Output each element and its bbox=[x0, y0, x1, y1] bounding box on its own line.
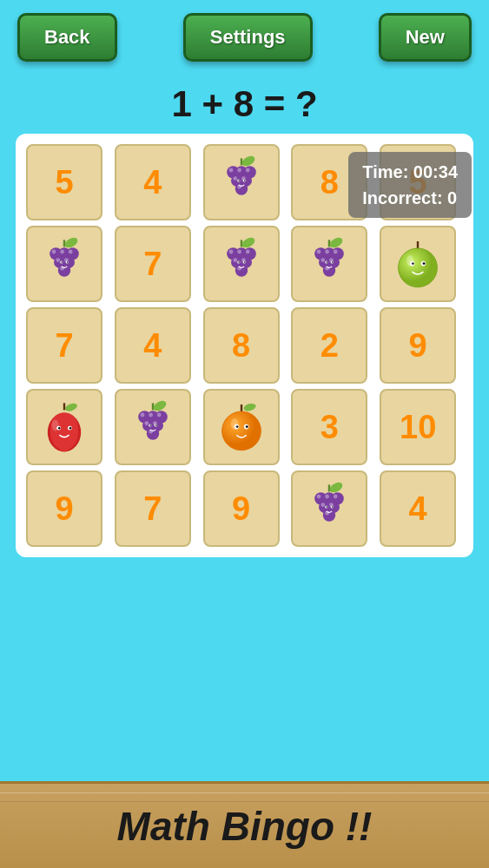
grid-cell-7[interactable] bbox=[203, 226, 280, 302]
orange-fruit-icon bbox=[214, 398, 269, 457]
svg-point-123 bbox=[317, 495, 321, 499]
back-button[interactable]: Back bbox=[17, 13, 117, 62]
grid-cell-2[interactable] bbox=[203, 144, 280, 220]
math-question: 1 + 8 = ? bbox=[171, 83, 317, 124]
grape-fruit-icon bbox=[301, 479, 357, 538]
grid-cell-16[interactable] bbox=[115, 389, 191, 465]
svg-point-96 bbox=[140, 413, 144, 418]
svg-point-37 bbox=[240, 235, 256, 249]
cell-number-21: 7 bbox=[143, 490, 162, 528]
svg-point-71 bbox=[332, 261, 334, 263]
grid-cell-21[interactable]: 7 bbox=[115, 470, 191, 547]
grid-cell-12[interactable]: 8 bbox=[203, 307, 280, 384]
svg-point-1 bbox=[240, 154, 256, 168]
grid-cell-5[interactable] bbox=[26, 226, 102, 302]
svg-point-28 bbox=[69, 250, 73, 254]
svg-point-85 bbox=[58, 427, 60, 429]
svg-point-107 bbox=[242, 402, 256, 411]
bottom-banner: Math Bingo !! bbox=[0, 781, 489, 868]
svg-point-74 bbox=[399, 248, 438, 287]
svg-point-25 bbox=[58, 264, 70, 276]
grid-cell-15[interactable] bbox=[26, 389, 102, 465]
svg-point-89 bbox=[151, 398, 168, 412]
svg-point-99 bbox=[144, 421, 149, 425]
cell-number-24: 4 bbox=[409, 490, 427, 528]
grid-cell-24[interactable]: 4 bbox=[380, 470, 456, 547]
grid-cell-20[interactable]: 9 bbox=[26, 470, 102, 547]
svg-point-19 bbox=[63, 235, 80, 249]
new-button[interactable]: New bbox=[379, 13, 472, 62]
svg-point-125 bbox=[334, 495, 338, 499]
svg-point-104 bbox=[149, 424, 151, 426]
grid-cell-17[interactable] bbox=[203, 389, 280, 465]
grape-fruit-icon bbox=[214, 153, 269, 212]
grid-cell-14[interactable]: 9 bbox=[380, 307, 456, 384]
cell-number-20: 9 bbox=[55, 490, 73, 528]
svg-point-34 bbox=[61, 261, 63, 263]
grid-cell-9[interactable] bbox=[380, 226, 456, 302]
svg-point-116 bbox=[328, 480, 345, 494]
cell-number-13: 2 bbox=[320, 327, 339, 365]
svg-point-62 bbox=[317, 250, 321, 254]
grid-cell-8[interactable] bbox=[291, 226, 367, 302]
svg-point-114 bbox=[231, 418, 238, 430]
svg-point-27 bbox=[60, 250, 64, 254]
svg-point-26 bbox=[52, 250, 56, 254]
svg-point-16 bbox=[238, 180, 240, 181]
timer-display: Time: 00:34 bbox=[362, 159, 458, 185]
svg-point-47 bbox=[233, 258, 237, 262]
incorrect-display: Incorrect: 0 bbox=[362, 185, 458, 211]
cell-number-22: 9 bbox=[232, 490, 250, 528]
svg-point-17 bbox=[243, 180, 245, 181]
svg-point-86 bbox=[69, 427, 71, 429]
apple-fruit-icon bbox=[36, 398, 92, 457]
banner-text: Math Bingo !! bbox=[117, 803, 373, 850]
cell-number-19: 10 bbox=[400, 409, 436, 446]
svg-point-64 bbox=[334, 250, 338, 254]
svg-point-45 bbox=[237, 250, 241, 254]
grid-cell-10[interactable]: 7 bbox=[26, 307, 102, 384]
lime-fruit-icon bbox=[390, 234, 446, 293]
svg-point-53 bbox=[243, 261, 245, 263]
grid-cell-13[interactable]: 2 bbox=[291, 307, 367, 384]
cell-number-0: 5 bbox=[55, 164, 73, 201]
cell-number-18: 3 bbox=[320, 409, 339, 446]
settings-button[interactable]: Settings bbox=[183, 13, 313, 62]
svg-point-63 bbox=[326, 250, 330, 254]
grid-cell-1[interactable]: 4 bbox=[115, 144, 191, 220]
svg-point-55 bbox=[328, 235, 345, 249]
svg-point-97 bbox=[149, 413, 153, 418]
svg-point-35 bbox=[67, 261, 69, 263]
cell-number-12: 8 bbox=[232, 327, 250, 365]
svg-point-11 bbox=[233, 176, 237, 181]
svg-point-113 bbox=[245, 425, 248, 428]
grid-cell-19[interactable]: 10 bbox=[380, 389, 456, 465]
cell-number-6: 7 bbox=[143, 246, 162, 283]
question-area: 1 + 8 = ? bbox=[0, 83, 489, 125]
cell-number-3: 8 bbox=[320, 164, 339, 201]
svg-point-10 bbox=[245, 168, 249, 173]
svg-point-132 bbox=[332, 506, 334, 508]
cell-number-10: 7 bbox=[55, 327, 73, 365]
grape-fruit-icon bbox=[125, 398, 181, 457]
svg-point-87 bbox=[52, 420, 59, 431]
svg-point-43 bbox=[235, 264, 247, 276]
svg-point-122 bbox=[323, 509, 335, 521]
grid-cell-6[interactable]: 7 bbox=[115, 226, 191, 302]
svg-point-8 bbox=[228, 168, 233, 173]
grid-cell-0[interactable]: 5 bbox=[26, 144, 102, 220]
cell-number-14: 9 bbox=[409, 327, 427, 365]
svg-point-70 bbox=[327, 261, 328, 263]
svg-point-105 bbox=[155, 424, 157, 426]
grape-fruit-icon bbox=[36, 234, 92, 293]
svg-point-9 bbox=[237, 168, 241, 173]
grape-fruit-icon bbox=[301, 234, 357, 293]
svg-point-131 bbox=[327, 506, 328, 508]
grid-cell-18[interactable]: 3 bbox=[291, 389, 367, 465]
svg-point-78 bbox=[423, 262, 426, 265]
svg-point-95 bbox=[147, 427, 159, 439]
grid-cell-23[interactable] bbox=[291, 470, 367, 547]
grid-cell-11[interactable]: 4 bbox=[115, 307, 191, 384]
grape-fruit-icon bbox=[214, 234, 269, 293]
grid-cell-22[interactable]: 9 bbox=[203, 470, 280, 547]
